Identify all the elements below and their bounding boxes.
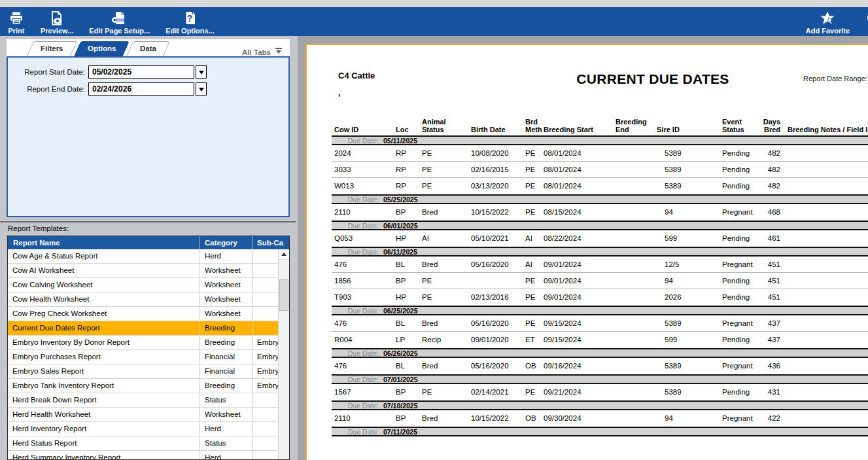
template-row[interactable]: Cow Age & Status ReportHerd <box>8 249 289 264</box>
edit-options-button[interactable]: ? Edit Options... <box>158 7 222 36</box>
report-company-line2: , <box>338 88 340 97</box>
cell-birth-date: 10/15/2022 <box>469 410 523 427</box>
cell-animal-status: AI <box>421 230 469 247</box>
cell-breeding-notes <box>783 384 868 400</box>
template-row[interactable]: Current Due Dates ReportBreeding <box>8 321 289 336</box>
report-row: 3033RPPE02/16/2015PE08/01/20245389Pendin… <box>332 162 868 178</box>
all-tabs-selector[interactable]: All Tabs <box>242 48 290 56</box>
report-templates-list: Report Name Category Sub-Ca Cow Age & St… <box>7 236 290 460</box>
dropdown-arrow-icon <box>199 71 204 77</box>
cell-breeding-end <box>613 178 655 194</box>
cell-animal-status: PE <box>421 273 469 289</box>
due-date-value: 07/11/2025 <box>383 428 417 436</box>
report-header-row: Cow IDLocAnimal StatusBirth DateBrd Meth… <box>332 111 868 135</box>
scroll-up-button[interactable] <box>279 249 289 260</box>
due-date-value: 07/10/2025 <box>383 402 418 410</box>
template-row[interactable]: Embryo Purchases ReportFinancialEmbryo <box>8 350 289 364</box>
cell-breeding-start: 09/30/2024 <box>542 410 613 427</box>
template-name-cell: Herd Health Worksheet <box>8 408 199 421</box>
cell-animal-status: Bred <box>421 257 469 272</box>
cell-loc: RP <box>392 162 421 177</box>
report-end-date-dropdown-button[interactable] <box>196 82 207 96</box>
due-date-label: Due Date: <box>332 137 379 145</box>
template-name-cell: Herd Summary Inventory Report <box>8 451 199 460</box>
tab-data[interactable]: Data <box>126 41 170 56</box>
cell-event-status: Pending <box>717 384 763 400</box>
window-top-strip <box>0 0 868 7</box>
report-end-date-input[interactable] <box>88 82 194 96</box>
column-header-subcategory[interactable]: Sub-Ca <box>252 236 289 249</box>
due-date-value: 06/11/2025 <box>383 248 417 256</box>
scrollbar-thumb[interactable] <box>279 279 288 311</box>
column-header-category[interactable]: Category <box>199 236 252 249</box>
cell-days-bred: 451 <box>763 257 783 272</box>
help-button[interactable]: ? H <box>858 7 868 36</box>
cell-loc: BP <box>392 273 421 289</box>
cell-sire-id: 5389 <box>655 162 717 177</box>
cell-sire-id: 5389 <box>655 384 717 400</box>
report-start-date-input[interactable] <box>88 65 194 79</box>
template-row[interactable]: Herd Status ReportStatus <box>8 436 289 451</box>
due-date-band: Due Date:06/01/2025 <box>332 221 868 230</box>
due-date-band: Due Date:07/10/2025 <box>332 400 868 410</box>
template-row[interactable]: Herd Inventory ReportHerd <box>8 422 289 436</box>
cell-breeding-start: 08/01/2024 <box>542 178 613 194</box>
preview-button[interactable]: Preview... <box>33 7 81 36</box>
template-row[interactable]: Embryo Tank Inventory ReportBreedingEmbr… <box>8 379 289 393</box>
due-date-band: Due Date:06/25/2025 <box>332 306 868 315</box>
template-category-cell: Worksheet <box>199 408 252 421</box>
tab-filters[interactable]: Filters <box>27 41 77 56</box>
report-row: W013RPPE03/13/2020PE08/01/20245389Pendin… <box>332 178 868 194</box>
report-row: 2110BPBred10/15/2022OB09/30/202494Pregna… <box>332 410 868 427</box>
report-row: 2024RPPE10/08/2020PE08/01/20245389Pendin… <box>332 145 868 162</box>
template-row[interactable]: Embryo Inventory By Donor ReportBreeding… <box>8 336 289 350</box>
templates-scrollbar[interactable] <box>278 249 289 459</box>
edit-page-setup-button[interactable]: Edit Page Setup... <box>81 7 158 36</box>
due-date-value: 06/25/2025 <box>383 307 418 315</box>
help-circle-icon: ? <box>865 10 868 26</box>
report-row: 476BLBred05/16/2020PE09/15/20245389Pregn… <box>332 315 868 332</box>
cell-breeding-notes <box>783 145 868 161</box>
cell-days-bred: 482 <box>763 162 783 177</box>
template-row[interactable]: Embryo Sales ReportFinancialEmbryo <box>8 364 289 379</box>
cell-birth-date: 02/14/2021 <box>469 384 523 400</box>
page-setup-icon <box>111 10 128 26</box>
column-header-report-name[interactable]: Report Name <box>8 236 199 249</box>
add-favorite-button[interactable]: Add Favorite <box>798 7 858 36</box>
template-row[interactable]: Herd Break Down ReportStatus <box>8 393 289 408</box>
cell-brd-meth: PE <box>523 273 542 289</box>
template-row[interactable]: Cow AI WorksheetWorksheet <box>8 264 289 278</box>
template-row[interactable]: Herd Summary Inventory ReportHerd <box>8 451 289 460</box>
cell-event-status: Pending <box>717 145 763 161</box>
template-row[interactable]: Cow Calving WorksheetWorksheet <box>8 278 289 292</box>
cell-days-bred: 451 <box>763 273 783 289</box>
template-category-cell: Financial <box>199 364 252 378</box>
template-row[interactable]: Cow Health WorksheetWorksheet <box>8 292 289 307</box>
cell-brd-meth: PE <box>523 145 542 161</box>
cell-loc: LP <box>392 332 421 348</box>
column-header-cow-id: Cow ID <box>332 126 392 135</box>
report-row: 2110BPBred10/15/2022PE08/15/202494Pregna… <box>332 204 868 221</box>
cell-event-status: Pregnant <box>717 410 763 427</box>
template-row[interactable]: Herd Health WorksheetWorksheet <box>8 408 289 422</box>
template-row[interactable]: Cow Preg Check WorksheetWorksheet <box>8 307 289 321</box>
templates-header-row: Report Name Category Sub-Ca <box>8 236 289 249</box>
cell-cow-id: W013 <box>332 178 392 194</box>
report-start-date-dropdown-button[interactable] <box>196 65 207 79</box>
cell-breeding-end <box>613 145 655 161</box>
report-start-date-row: Report Start Date: <box>8 65 288 79</box>
tab-options[interactable]: Options <box>73 41 130 56</box>
cell-animal-status: PE <box>421 145 469 161</box>
cell-brd-meth: AI <box>523 257 542 272</box>
cell-loc: BP <box>392 410 421 427</box>
scroll-up-arrow-icon <box>281 250 286 256</box>
template-name-cell: Cow Age & Status Report <box>8 249 199 263</box>
due-date-band: Due Date:05/11/2025 <box>332 135 868 145</box>
cell-loc: HP <box>392 289 421 306</box>
cell-brd-meth: ET <box>523 332 542 348</box>
cell-breeding-notes <box>783 315 868 331</box>
print-button[interactable]: Print <box>0 7 33 36</box>
due-date-value: 06/01/2025 <box>383 222 418 230</box>
cell-animal-status: PE <box>421 384 469 400</box>
cell-cow-id: 2110 <box>332 410 392 427</box>
